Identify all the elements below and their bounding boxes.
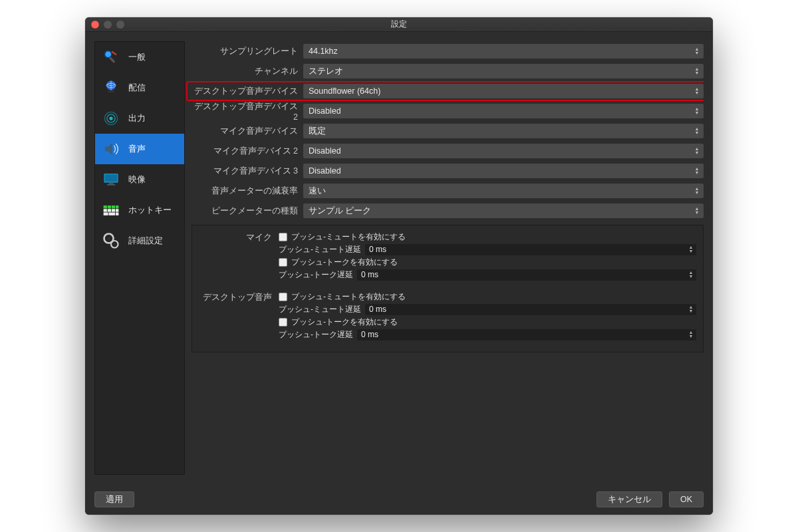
setting-row: マイク音声デバイス 3 Disabled ▲▼ [192, 161, 704, 181]
settings-window: 設定 一般 配信 [85, 17, 713, 515]
svg-rect-13 [104, 205, 107, 208]
setting-label: マイク音声デバイス [192, 126, 303, 137]
svg-rect-11 [109, 183, 114, 184]
chevron-up-down-icon: ▲▼ [693, 124, 701, 138]
group-title: マイク [199, 231, 279, 281]
checkbox-label: プッシュ-トークを有効にする [291, 257, 398, 268]
setting-select[interactable]: 既定 ▲▼ [303, 124, 704, 138]
svg-rect-5 [108, 90, 115, 92]
push-talk-delay-spinner[interactable]: 0 ms▲▼ [357, 269, 696, 281]
sidebar-item-general[interactable]: 一般 [95, 42, 184, 72]
chevron-up-down-icon: ▲▼ [693, 164, 701, 178]
svg-point-25 [107, 237, 110, 240]
sidebar-item-label: 詳細設定 [128, 235, 163, 247]
svg-rect-21 [104, 213, 108, 215]
monitor-icon [100, 169, 122, 190]
chevron-up-down-icon: ▲▼ [693, 84, 701, 98]
sidebar-item-label: 配信 [128, 82, 146, 94]
chevron-up-down-icon: ▲▼ [693, 184, 701, 198]
settings-content: サンプリングレート 44.1khz ▲▼ チャンネル ステレオ ▲▼ デスクトッ… [185, 41, 704, 475]
dialog-footer: 適用 キャンセル OK [85, 484, 713, 515]
svg-rect-14 [108, 205, 111, 208]
setting-label: 音声メーターの減衰率 [192, 186, 303, 197]
setting-row: デスクトップ音声デバイス Soundflower (64ch) ▲▼ [192, 81, 704, 101]
push-talk-delay-spinner[interactable]: 0 ms▲▼ [357, 329, 696, 340]
setting-label: デスクトップ音声デバイス [192, 86, 303, 97]
broadcast-icon [100, 108, 122, 129]
sidebar-item-audio[interactable]: 音声 [95, 134, 184, 164]
close-icon[interactable] [91, 21, 99, 29]
window-controls [85, 21, 124, 29]
push-talk-delay-label: プッシュ-トーク遅延 [279, 329, 353, 340]
checkbox-label: プッシュ-ミュートを有効にする [291, 291, 406, 303]
chevron-up-down-icon: ▲▼ [693, 203, 701, 218]
push-mute-enable-checkbox[interactable]: プッシュ-ミュートを有効にする [279, 231, 696, 243]
push-mute-delay-spinner[interactable]: 0 ms▲▼ [365, 244, 696, 255]
setting-select[interactable]: ステレオ ▲▼ [303, 64, 704, 78]
chevron-up-down-icon: ▲▼ [687, 244, 695, 255]
keyboard-icon [100, 200, 122, 221]
sidebar-item-advanced[interactable]: 詳細設定 [95, 225, 184, 256]
setting-label: ピークメーターの種類 [192, 205, 303, 217]
push-mute-delay-label: プッシュ-ミュート遅延 [279, 304, 361, 315]
cancel-button[interactable]: キャンセル [597, 491, 662, 507]
svg-rect-12 [107, 184, 115, 186]
push-talk-delay-label: プッシュ-トーク遅延 [279, 269, 353, 281]
svg-rect-17 [104, 209, 107, 211]
svg-point-0 [104, 51, 112, 58]
wrench-icon [100, 47, 122, 68]
chevron-up-down-icon: ▲▼ [693, 104, 701, 118]
window-title: 設定 [85, 19, 713, 30]
chevron-up-down-icon: ▲▼ [693, 144, 701, 158]
gear-icon [100, 230, 122, 251]
sidebar-item-label: 一般 [128, 52, 146, 63]
sidebar-item-video[interactable]: 映像 [95, 164, 184, 195]
svg-rect-10 [104, 174, 117, 182]
setting-select[interactable]: 44.1khz ▲▼ [303, 44, 704, 59]
titlebar: 設定 [85, 17, 713, 32]
globe-icon [100, 77, 122, 98]
push-mute-delay-spinner[interactable]: 0 ms▲▼ [365, 304, 696, 315]
setting-row: ピークメーターの種類 サンプル ピーク ▲▼ [192, 201, 704, 221]
setting-select[interactable]: サンプル ピーク ▲▼ [303, 203, 704, 218]
sidebar: 一般 配信 出力 音声 [94, 41, 185, 475]
chevron-up-down-icon: ▲▼ [687, 329, 695, 340]
setting-row: マイク音声デバイス 既定 ▲▼ [192, 121, 704, 141]
svg-rect-19 [112, 209, 115, 211]
setting-label: デスクトップ音声デバイス 2 [192, 101, 303, 122]
sidebar-item-label: 音声 [128, 144, 146, 155]
sidebar-item-hotkeys[interactable]: ホットキー [95, 195, 184, 225]
checkbox-label: プッシュ-ミュートを有効にする [291, 231, 406, 243]
svg-rect-22 [109, 213, 116, 215]
sidebar-item-stream[interactable]: 配信 [95, 72, 184, 103]
sidebar-item-label: 出力 [128, 113, 146, 124]
speaker-icon [100, 138, 122, 160]
sidebar-item-label: 映像 [128, 174, 146, 186]
svg-point-27 [114, 243, 116, 246]
group-title: デスクトップ音声 [199, 291, 279, 341]
zoom-icon[interactable] [116, 21, 124, 29]
chevron-up-down-icon: ▲▼ [687, 269, 695, 281]
minimize-icon[interactable] [104, 21, 112, 29]
apply-button[interactable]: 適用 [94, 491, 134, 507]
ok-button[interactable]: OK [669, 491, 704, 507]
chevron-up-down-icon: ▲▼ [693, 44, 701, 59]
setting-row: チャンネル ステレオ ▲▼ [192, 61, 704, 81]
svg-rect-23 [116, 213, 118, 215]
chevron-up-down-icon: ▲▼ [687, 304, 695, 315]
chevron-up-down-icon: ▲▼ [693, 64, 701, 78]
push-talk-enable-checkbox[interactable]: プッシュ-トークを有効にする [279, 316, 696, 328]
setting-select[interactable]: Disabled ▲▼ [303, 144, 704, 158]
setting-label: チャンネル [192, 66, 303, 77]
setting-select[interactable]: Soundflower (64ch) ▲▼ [303, 84, 704, 98]
setting-select[interactable]: Disabled ▲▼ [303, 104, 704, 118]
setting-select[interactable]: Disabled ▲▼ [303, 164, 704, 178]
svg-rect-1 [109, 57, 116, 63]
sidebar-item-label: ホットキー [128, 205, 172, 216]
setting-label: サンプリングレート [192, 46, 303, 57]
push-talk-enable-checkbox[interactable]: プッシュ-トークを有効にする [279, 256, 696, 268]
sidebar-item-output[interactable]: 出力 [95, 103, 184, 134]
push-to-talk-group: マイク プッシュ-ミュートを有効にする プッシュ-ミュート遅延0 ms▲▼ プッ… [192, 225, 704, 352]
setting-select[interactable]: 速い ▲▼ [303, 184, 704, 198]
push-mute-enable-checkbox[interactable]: プッシュ-ミュートを有効にする [279, 291, 696, 303]
